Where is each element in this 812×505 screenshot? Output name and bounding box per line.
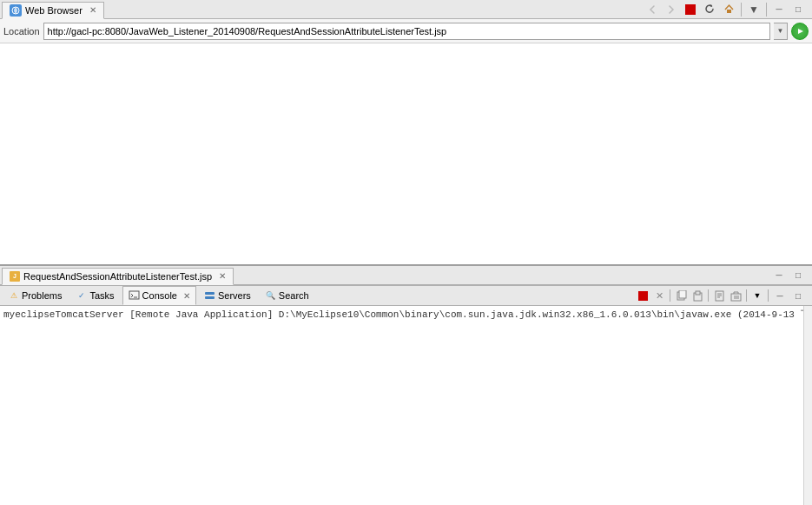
console-content-wrapper: myeclipseTomcatServer [Remote Java Appli… [0, 306, 812, 505]
servers-icon [204, 290, 215, 302]
home-button[interactable] [720, 2, 737, 17]
tab-problems[interactable]: ⚠ Problems [2, 286, 68, 305]
console-clear-button[interactable] [728, 288, 743, 303]
web-browser-tab[interactable]: Web Browser ✕ [2, 2, 104, 19]
svg-rect-5 [205, 296, 215, 299]
console-entry: myeclipseTomcatServer [Remote Java Appli… [3, 308, 800, 322]
browser-toolbar-buttons: ▼ ─ □ [644, 2, 810, 17]
dropdown-icon: ▼ [749, 3, 759, 16]
location-label: Location [3, 26, 40, 37]
options-icon: ▼ [754, 291, 762, 300]
editor-tab-bar: J RequestAndSessionAttributeListenerTest… [0, 266, 812, 285]
console-minimize-button[interactable]: ─ [771, 288, 789, 303]
forward-button[interactable] [663, 2, 680, 17]
editor-tab-label: RequestAndSessionAttributeListenerTest.j… [23, 271, 212, 282]
console-divider-4 [768, 289, 769, 302]
go-button[interactable] [791, 23, 809, 40]
problems-icon: ⚠ [8, 290, 19, 302]
tab-problems-label: Problems [22, 290, 62, 301]
tab-tasks[interactable]: ✓ Tasks [69, 286, 120, 305]
toolbar-divider-1 [741, 3, 742, 17]
console-toolbar-buttons: ✕ [635, 288, 810, 303]
svg-rect-9 [696, 291, 700, 295]
minimize-button[interactable]: ─ [770, 2, 788, 17]
stop-icon [638, 291, 648, 301]
svg-rect-1 [727, 10, 731, 13]
refresh-button[interactable] [701, 2, 718, 17]
terminate-icon: ✕ [656, 290, 663, 302]
console-options-button[interactable]: ▼ [749, 288, 765, 303]
dropdown-button[interactable]: ▼ [745, 2, 762, 17]
svg-rect-7 [679, 290, 686, 298]
back-button[interactable] [644, 2, 661, 17]
scroll-lock-icon [714, 290, 725, 302]
maximize-button[interactable]: □ [789, 2, 807, 17]
editor-tab-close[interactable]: ✕ [219, 271, 226, 281]
search-icon: 🔍 [265, 290, 276, 302]
console-tabs: ⚠ Problems ✓ Tasks [2, 286, 315, 305]
clear-icon [730, 290, 742, 302]
tab-tasks-label: Tasks [89, 290, 114, 301]
tab-search-label: Search [279, 290, 309, 301]
svg-rect-3 [129, 291, 139, 299]
tab-search[interactable]: 🔍 Search [259, 286, 315, 305]
toolbar-divider-2 [766, 3, 767, 17]
console-scrollbar[interactable] [803, 306, 812, 505]
console-panel: ⚠ Problems ✓ Tasks [0, 285, 812, 505]
stop-icon [685, 4, 696, 15]
console-copy-button[interactable] [673, 288, 689, 303]
url-dropdown[interactable]: ▼ [774, 23, 788, 40]
url-input[interactable] [43, 23, 770, 40]
browser-tab-icon [10, 4, 22, 17]
tab-servers[interactable]: Servers [198, 286, 257, 305]
web-browser-panel: Web Browser ✕ [0, 0, 812, 266]
console-paste-button[interactable] [690, 288, 705, 303]
tab-servers-label: Servers [218, 290, 251, 301]
console-icon [129, 290, 140, 302]
console-terminate-button[interactable]: ✕ [651, 288, 667, 303]
paste-icon [692, 290, 703, 302]
console-divider-1 [670, 289, 670, 302]
console-maximize-button[interactable]: □ [789, 288, 807, 303]
stop-button[interactable] [682, 2, 699, 17]
browser-content [0, 43, 812, 264]
browser-tab-close[interactable]: ✕ [89, 5, 96, 15]
tasks-icon: ✓ [76, 290, 87, 302]
jsp-file-icon: J [10, 271, 20, 282]
location-bar: Location ▼ [0, 19, 812, 43]
copy-icon [676, 290, 687, 302]
console-divider-2 [708, 289, 709, 302]
console-scroll-lock-button[interactable] [711, 288, 727, 303]
console-tab-bar: ⚠ Problems ✓ Tasks [0, 285, 812, 306]
svg-rect-4 [205, 292, 215, 295]
tab-console-label: Console [142, 290, 177, 301]
editor-toolbar-right: ─ □ [770, 268, 810, 283]
console-divider-3 [746, 289, 747, 302]
console-stop-button[interactable] [635, 288, 650, 303]
editor-minimize-button[interactable]: ─ [770, 268, 788, 283]
editor-tab[interactable]: J RequestAndSessionAttributeListenerTest… [2, 268, 234, 285]
bottom-panel: J RequestAndSessionAttributeListenerTest… [0, 266, 812, 505]
svg-marker-2 [798, 29, 803, 34]
console-content: myeclipseTomcatServer [Remote Java Appli… [0, 306, 803, 505]
browser-tabs: Web Browser ✕ [2, 0, 104, 19]
tab-console[interactable]: Console ✕ [122, 286, 196, 305]
editor-tabs: J RequestAndSessionAttributeListenerTest… [2, 266, 234, 285]
browser-tab-label: Web Browser [25, 5, 83, 16]
console-tab-close[interactable]: ✕ [183, 291, 190, 301]
browser-tab-bar: Web Browser ✕ [0, 0, 812, 19]
editor-maximize-button[interactable]: □ [789, 268, 807, 283]
